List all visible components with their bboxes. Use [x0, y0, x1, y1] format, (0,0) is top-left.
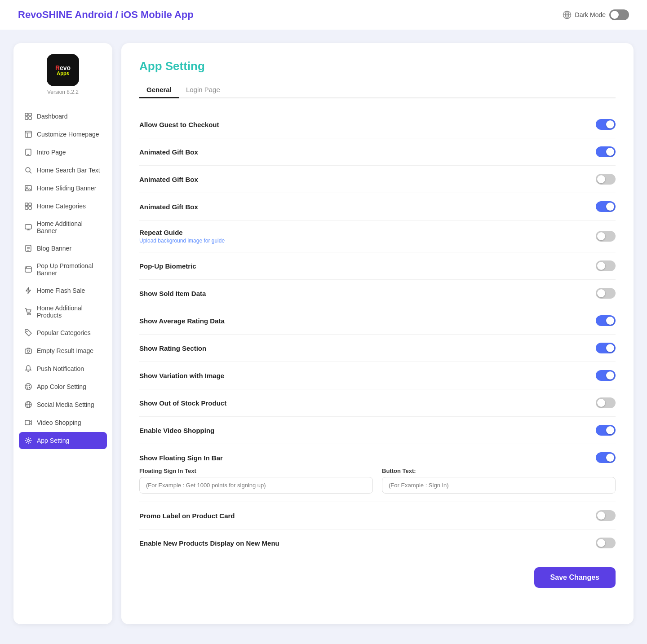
image-icon [24, 184, 32, 192]
camera-icon [24, 347, 32, 355]
logo-area: Revo Apps Version 8.2.2 [47, 54, 79, 95]
sidebar-item-home-flash-sale[interactable]: Home Flash Sale [19, 282, 107, 299]
toggle-enable-new-products-display[interactable] [596, 538, 616, 548]
svg-point-45 [27, 440, 30, 442]
toggle-show-average-rating-data[interactable] [596, 315, 616, 326]
sidebar-label-pop-up-promotional-banner: Pop Up Promotional Banner [37, 262, 102, 277]
svg-point-31 [27, 313, 29, 315]
setting-label-promo-label-product-card: Promo Label on Product Card [139, 512, 235, 520]
sidebar-item-popular-categories[interactable]: Popular Categories [19, 324, 107, 341]
svg-point-32 [30, 313, 31, 315]
dark-mode-label: Dark Mode [575, 11, 606, 18]
nav-list: Dashboard Customize Homepage Intro Page [13, 108, 112, 449]
svg-point-39 [29, 387, 31, 388]
setting-show-out-of-stock-product: Show Out of Stock Product [139, 389, 616, 417]
setting-animated-gift-box-3: Animated Gift Box [139, 193, 616, 221]
toggle-allow-guest-checkout[interactable] [596, 119, 616, 130]
layout-icon [24, 130, 32, 138]
setting-repeat-guide: Repeat Guide Upload background image for… [139, 221, 616, 252]
toggle-show-out-of-stock-product[interactable] [596, 397, 616, 408]
sidebar-item-dashboard[interactable]: Dashboard [19, 108, 107, 125]
toggle-show-variation-with-image[interactable] [596, 370, 616, 381]
dark-mode-toggle[interactable] [609, 9, 629, 20]
dark-mode-icon [563, 10, 572, 19]
svg-rect-19 [25, 207, 28, 209]
sidebar-item-customize-homepage[interactable]: Customize Homepage [19, 126, 107, 143]
sidebar-item-home-search-bar-text[interactable]: Home Search Bar Text [19, 162, 107, 179]
sidebar-item-app-setting[interactable]: App Setting [19, 432, 107, 449]
toggle-animated-gift-box-2[interactable] [596, 174, 616, 185]
sidebar-item-app-color-setting[interactable]: App Color Setting [19, 378, 107, 395]
sidebar-label-home-categories: Home Categories [37, 203, 86, 210]
floating-sign-in-text-input[interactable] [139, 477, 373, 494]
button-text-input[interactable] [382, 477, 616, 494]
sidebar-item-home-categories[interactable]: Home Categories [19, 198, 107, 215]
logo-box: Revo Apps [47, 54, 79, 86]
sidebar-item-social-media-setting[interactable]: Social Media Setting [19, 396, 107, 413]
sidebar-label-empty-result-image: Empty Result Image [37, 347, 93, 354]
sidebar-label-app-color-setting: App Color Setting [37, 383, 86, 390]
toggle-animated-gift-box-1[interactable] [596, 146, 616, 157]
bell-icon [24, 365, 32, 373]
sidebar-label-home-sliding-banner: Home Sliding Banner [37, 185, 96, 192]
setting-label-repeat-guide: Repeat Guide [139, 229, 225, 236]
flash-icon [24, 287, 32, 295]
svg-rect-4 [25, 113, 28, 116]
svg-rect-15 [25, 185, 31, 191]
setting-show-rating-section: Show Rating Section [139, 335, 616, 362]
sidebar-item-push-notification[interactable]: Push Notification [19, 360, 107, 377]
sidebar-item-video-shopping[interactable]: Video Shopping [19, 414, 107, 431]
sidebar-item-blog-banner[interactable]: Blog Banner [19, 240, 107, 257]
setting-allow-guest-checkout: Allow Guest to Checkout [139, 111, 616, 138]
sidebar-item-empty-result-image[interactable]: Empty Result Image [19, 342, 107, 359]
grid2-icon [24, 202, 32, 210]
svg-rect-18 [29, 203, 31, 206]
setting-label-enable-new-products-display: Enable New Products Display on New Menu [139, 539, 279, 547]
toggle-promo-label-product-card[interactable] [596, 510, 616, 521]
app-title: RevoSHINE Android / iOS Mobile App [18, 9, 194, 21]
svg-point-16 [27, 187, 28, 188]
sidebar-item-home-additional-banner[interactable]: Home Additional Banner [19, 216, 107, 239]
top-header: RevoSHINE Android / iOS Mobile App Dark … [0, 0, 647, 30]
phone-icon [24, 148, 32, 156]
setting-label-show-floating-sign-in-bar: Show Floating Sign In Bar [139, 454, 223, 462]
toggle-show-rating-section[interactable] [596, 343, 616, 353]
save-changes-button[interactable]: Save Changes [534, 567, 616, 588]
toggle-pop-up-biometric[interactable] [596, 260, 616, 271]
svg-rect-34 [25, 349, 31, 353]
sidebar-label-home-search-bar-text: Home Search Bar Text [37, 167, 100, 174]
sidebar-label-blog-banner: Blog Banner [37, 245, 71, 252]
browser-icon [24, 265, 32, 273]
setting-animated-gift-box-1: Animated Gift Box [139, 138, 616, 166]
setting-label-show-variation-with-image: Show Variation with Image [139, 372, 224, 379]
toggle-show-sold-item-data[interactable] [596, 288, 616, 299]
sidebar-item-home-additional-products[interactable]: Home Additional Products [19, 300, 107, 323]
tab-login-page[interactable]: Login Page [179, 82, 227, 98]
svg-rect-17 [25, 203, 28, 206]
video-icon [24, 419, 32, 427]
toggle-enable-video-shopping[interactable] [596, 425, 616, 436]
setting-label-pop-up-biometric: Pop-Up Biometric [139, 262, 196, 270]
sidebar-item-pop-up-promotional-banner[interactable]: Pop Up Promotional Banner [19, 258, 107, 281]
setting-animated-gift-box-2: Animated Gift Box [139, 166, 616, 193]
settings-list: Allow Guest to Checkout Animated Gift Bo… [139, 111, 616, 556]
setting-label-animated-gift-box-3: Animated Gift Box [139, 203, 198, 211]
grid-icon [24, 112, 32, 120]
svg-point-30 [26, 267, 27, 268]
sidebar-label-home-additional-products: Home Additional Products [37, 304, 102, 319]
tab-general[interactable]: General [139, 82, 179, 98]
setting-show-average-rating-data: Show Average Rating Data [139, 307, 616, 335]
toggle-show-floating-sign-in-bar[interactable] [596, 452, 616, 463]
logo-apps: Apps [57, 71, 69, 76]
button-text-label: Button Text: [382, 468, 616, 474]
setting-label-show-sold-item-data: Show Sold Item Data [139, 290, 206, 297]
sidebar-label-intro-page: Intro Page [37, 149, 66, 156]
toggle-animated-gift-box-3[interactable] [596, 201, 616, 212]
sidebar-item-intro-page[interactable]: Intro Page [19, 144, 107, 161]
sidebar-label-popular-categories: Popular Categories [37, 329, 91, 336]
palette-icon [24, 383, 32, 391]
toggle-repeat-guide[interactable] [596, 231, 616, 242]
dark-mode-area: Dark Mode [563, 9, 629, 20]
svg-rect-7 [29, 117, 31, 119]
sidebar-item-home-sliding-banner[interactable]: Home Sliding Banner [19, 180, 107, 197]
